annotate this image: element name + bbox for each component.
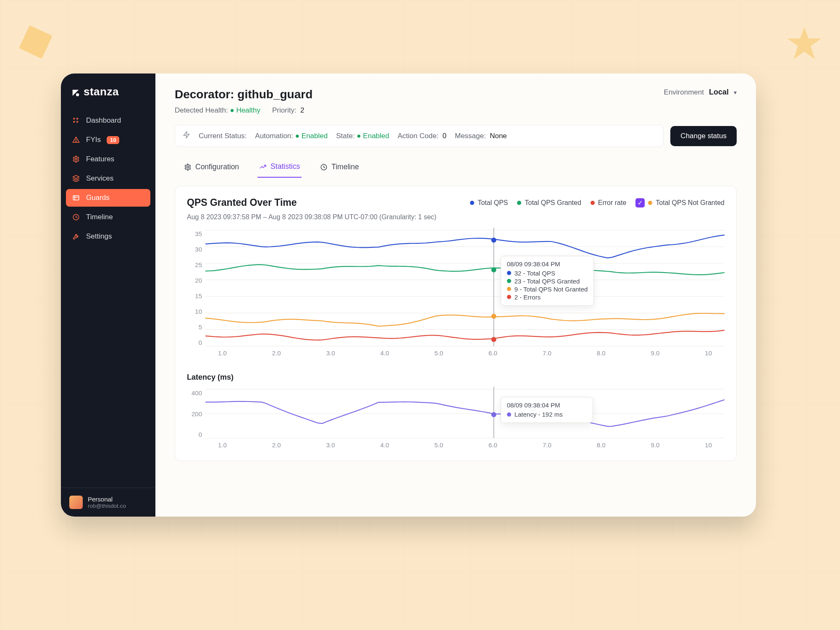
svg-point-29 <box>491 337 496 342</box>
gear-icon <box>184 163 192 171</box>
decorative-star <box>785 25 823 65</box>
svg-point-2 <box>74 118 75 119</box>
sidebar-item-timeline[interactable]: Timeline <box>66 208 150 226</box>
svg-rect-10 <box>73 196 79 200</box>
legend-dot <box>470 201 474 205</box>
sidebar-item-settings[interactable]: Settings <box>66 228 150 245</box>
svg-point-28 <box>491 314 496 319</box>
alert-icon <box>72 136 80 144</box>
svg-point-1 <box>76 93 79 96</box>
main: Decorator: github_guard Detected Health:… <box>155 74 756 517</box>
latency-chart[interactable]: 4002000 1.02.03.04.05.06.07.08.09.010 08… <box>187 389 724 452</box>
page-header: Decorator: github_guard Detected Health:… <box>175 88 737 115</box>
checkbox-checked-icon: ✓ <box>635 198 645 207</box>
sidebar-item-label: Features <box>86 155 114 163</box>
clock-icon <box>320 163 328 171</box>
health-value: Healthy <box>230 106 260 114</box>
svg-marker-9 <box>73 176 79 179</box>
layers-icon <box>72 174 80 183</box>
chart-legend: Total QPSTotal QPS GrantedError rate✓Tot… <box>470 198 724 207</box>
decorative-square <box>19 25 52 59</box>
status-automation: Automation: Enabled <box>255 132 328 140</box>
sidebar-item-guards[interactable]: Guards <box>66 189 150 207</box>
legend-item[interactable]: Error rate <box>591 199 627 207</box>
legend-item[interactable]: Total QPS <box>470 199 508 207</box>
status-action-code: Action Code: 0 <box>398 132 446 140</box>
trend-icon <box>259 163 267 171</box>
chart-tooltip: 08/09 09:38:04 PMLatency - 192 ms <box>501 397 593 423</box>
sidebar: stanza Dashboard FYIs 10 Features Servic… <box>61 74 155 517</box>
tabs: ConfigurationStatisticsTimeline <box>175 159 737 178</box>
grid-icon <box>72 116 80 125</box>
avatar <box>69 496 83 509</box>
status-message: Message: None <box>455 132 507 140</box>
env-value: Local <box>709 88 729 97</box>
stats-card: QPS Granted Over Time Total QPSTotal QPS… <box>175 186 737 461</box>
svg-point-27 <box>491 268 496 273</box>
legend-label: Total QPS Granted <box>525 199 581 207</box>
y-axis-labels: 4002000 <box>187 389 202 438</box>
clock-icon <box>72 213 80 221</box>
env-label: Environment <box>664 88 704 97</box>
legend-label: Error rate <box>598 199 627 207</box>
brand-name: stanza <box>84 85 119 98</box>
svg-point-4 <box>74 121 75 123</box>
sidebar-item-fyis[interactable]: FYIs 10 <box>66 131 150 149</box>
svg-point-7 <box>76 141 76 142</box>
x-axis-labels: 1.02.03.04.05.06.07.08.09.010 <box>205 441 724 452</box>
tab-label: Statistics <box>270 162 300 171</box>
tab-label: Configuration <box>195 163 239 171</box>
sidebar-item-dashboard[interactable]: Dashboard <box>66 112 150 129</box>
legend-item[interactable]: ✓Total QPS Not Granted <box>635 198 724 207</box>
tab-configuration[interactable]: Configuration <box>182 159 241 178</box>
gear-icon <box>72 155 80 163</box>
y-axis-labels: 35302520151050 <box>187 230 202 346</box>
account-name: Personal <box>88 496 126 503</box>
svg-point-5 <box>77 121 78 123</box>
status-bar: Current Status: Automation: Enabled Stat… <box>175 125 737 147</box>
sidebar-item-services[interactable]: Services <box>66 170 150 187</box>
latency-chart-title: Latency (ms) <box>187 373 724 382</box>
sidebar-item-features[interactable]: Features <box>66 150 150 168</box>
page-title: Decorator: github_guard <box>175 88 312 101</box>
svg-point-3 <box>77 118 78 119</box>
chart-title: QPS Granted Over Time <box>187 197 297 208</box>
tab-label: Timeline <box>331 163 359 171</box>
legend-item[interactable]: Total QPS Granted <box>517 199 581 207</box>
legend-dot <box>591 201 595 205</box>
bolt-icon <box>183 131 190 141</box>
chart-tooltip: 08/09 09:38:04 PM32 - Total QPS23 - Tota… <box>501 256 594 306</box>
qps-chart[interactable]: 35302520151050 1.02.03.04.05.06.07.08.09… <box>187 230 724 360</box>
page-subheader: Detected Health: Healthy Priority: 2 <box>175 106 312 115</box>
sidebar-item-label: Timeline <box>86 213 113 221</box>
account-footer[interactable]: Personal rob@thisdot.co <box>61 488 155 517</box>
health-label: Detected Health: Healthy <box>175 106 260 115</box>
badge: 10 <box>107 136 119 144</box>
brand-mark-icon <box>71 87 80 97</box>
sidebar-item-label: Dashboard <box>86 116 121 125</box>
environment-selector[interactable]: Environment Local ▾ <box>664 88 737 97</box>
chevron-down-icon: ▾ <box>734 89 737 96</box>
account-info: Personal rob@thisdot.co <box>88 496 126 509</box>
legend-dot <box>517 201 521 205</box>
legend-dot <box>648 201 652 205</box>
change-status-button[interactable]: Change status <box>670 126 737 146</box>
nav: Dashboard FYIs 10 Features Services Guar… <box>61 112 155 488</box>
tab-timeline[interactable]: Timeline <box>318 159 360 178</box>
sidebar-item-label: Guards <box>86 194 110 202</box>
svg-point-15 <box>187 166 189 168</box>
legend-label: Total QPS Not Granted <box>656 199 724 207</box>
svg-point-34 <box>491 412 496 417</box>
sidebar-item-label: Services <box>86 174 113 183</box>
priority: Priority: 2 <box>272 106 304 115</box>
sidebar-item-label: FYIs <box>86 136 101 144</box>
shield-icon <box>72 194 80 202</box>
brand-logo: stanza <box>61 85 155 112</box>
plot-area <box>205 230 724 346</box>
svg-marker-0 <box>788 27 822 60</box>
status-current-label: Current Status: <box>199 132 247 140</box>
wrench-icon <box>72 232 80 241</box>
svg-point-26 <box>491 238 496 243</box>
svg-point-8 <box>75 158 77 160</box>
tab-statistics[interactable]: Statistics <box>257 159 302 178</box>
